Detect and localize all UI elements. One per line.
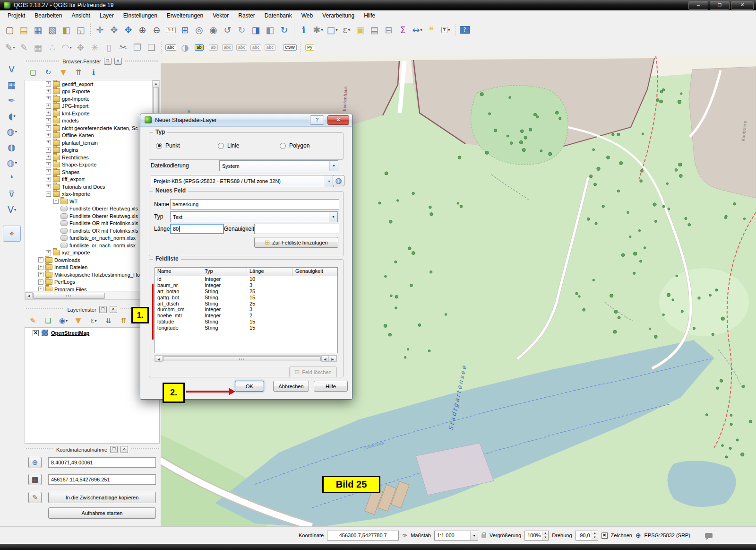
zoom-native-icon[interactable]: 1:1: [164, 23, 178, 37]
refresh-map-icon[interactable]: ↻: [277, 23, 292, 37]
tree-item[interactable]: + gpx-Importe: [25, 95, 152, 103]
node-tool-icon[interactable]: ✳: [88, 41, 102, 55]
tree-item[interactable]: + geotiff_export: [25, 80, 152, 88]
toolbar-button[interactable]: □▾: [325, 23, 339, 37]
expander-icon[interactable]: +: [53, 199, 59, 204]
toolbar-button[interactable]: ↔▾: [410, 23, 424, 37]
add-vector-layer-icon[interactable]: V: [5, 62, 19, 76]
crs-picker-button[interactable]: ▦: [28, 474, 42, 485]
zoom-to-selection-icon[interactable]: ◉: [206, 23, 221, 37]
menu-item[interactable]: Vektor: [208, 11, 233, 20]
delete-selected-icon[interactable]: ▯: [102, 41, 116, 55]
spin-arrows-icon[interactable]: ▲▼: [592, 531, 598, 540]
toolbar-button[interactable]: ▦: [5, 78, 19, 92]
map-tips-icon[interactable]: ❝: [424, 23, 438, 37]
pin-labels-active-icon[interactable]: ab: [192, 41, 206, 55]
new-project-icon[interactable]: ▢: [3, 23, 17, 37]
toolbar-button[interactable]: ▣: [353, 23, 368, 37]
open-attribute-table-icon[interactable]: ▤: [368, 23, 382, 37]
add-wcs-layer-icon[interactable]: ◍: [5, 140, 19, 154]
toolbar-button[interactable]: abc: [221, 41, 235, 55]
deselect-features-icon[interactable]: ε▾: [339, 23, 353, 37]
scroll-up-icon[interactable]: ▲: [153, 80, 159, 87]
tree-item[interactable]: + Shape-Exporte: [25, 161, 152, 169]
close-button[interactable]: [731, 1, 754, 10]
crs-status-globe-icon[interactable]: ⊕: [636, 532, 641, 539]
tree-item[interactable]: + Install-Dateien: [25, 264, 152, 271]
tree-item[interactable]: + Tutorials und Docs: [25, 183, 152, 191]
wgs84-coordinate-field[interactable]: 8.40071,49.00061: [48, 457, 156, 468]
toolbar-button[interactable]: ⊟: [382, 23, 396, 37]
move-feature-icon[interactable]: ✥: [74, 41, 88, 55]
expander-icon[interactable]: +: [46, 184, 51, 189]
chevron-down-icon[interactable]: [329, 212, 337, 222]
text-annotation-icon[interactable]: T▾: [438, 23, 453, 37]
menu-item[interactable]: Erweiterungen: [162, 11, 208, 20]
menu-item[interactable]: Web: [297, 11, 318, 20]
table-column-header[interactable]: Länge: [247, 268, 293, 276]
toolbar-button[interactable]: ↻: [277, 23, 292, 37]
float-panel-icon[interactable]: [104, 58, 112, 65]
toolbar-button[interactable]: T▾: [438, 23, 453, 37]
expander-icon[interactable]: +: [46, 104, 51, 109]
toolbar-button[interactable]: ▦: [31, 23, 45, 37]
table-horizontal-scrollbar[interactable]: ◀ ◀ ▶: [155, 355, 337, 362]
expander-icon[interactable]: +: [38, 272, 43, 277]
encoding-combobox[interactable]: System: [219, 160, 338, 171]
menu-item[interactable]: Datenbank: [260, 11, 297, 20]
toolbar-button[interactable]: ▢: [3, 23, 17, 37]
tree-item[interactable]: + Rechtliches: [25, 154, 152, 161]
paste-features-icon[interactable]: ❏: [145, 41, 159, 55]
expander-icon[interactable]: +: [46, 81, 51, 87]
csw-search-icon[interactable]: CSW: [283, 41, 298, 55]
toggle-editing-icon[interactable]: ✎: [17, 41, 31, 55]
cut-features-icon[interactable]: ✂: [116, 41, 130, 55]
track-mouse-button[interactable]: ✎: [28, 492, 42, 503]
tree-item[interactable]: + Offline-Karten: [25, 132, 152, 140]
properties-widget-icon[interactable]: ℹ: [88, 67, 99, 78]
scroll-left-icon[interactable]: ◀: [321, 356, 329, 362]
expander-icon[interactable]: +: [46, 118, 51, 123]
expander-icon[interactable]: +: [46, 169, 51, 175]
toolbar-button[interactable]: Σ: [396, 23, 410, 37]
toolbar-button[interactable]: abc: [164, 41, 178, 55]
expander-icon[interactable]: +: [46, 125, 51, 131]
rotation-spinbox[interactable]: -90,0 ▲▼: [576, 531, 598, 541]
manage-map-themes-icon[interactable]: ◉▾: [58, 315, 69, 326]
field-calculator-icon[interactable]: ⊟: [382, 23, 396, 37]
close-panel-icon[interactable]: [110, 306, 117, 313]
toolbar-button[interactable]: V▾: [5, 202, 19, 217]
tree-item[interactable]: Fundliste Oberer Reutweg.xls: [25, 212, 152, 220]
expander-icon[interactable]: +: [46, 155, 51, 160]
toolbar-button[interactable]: ⊖: [150, 23, 164, 37]
menu-item[interactable]: Bearbeiten: [30, 11, 67, 20]
add-postgis-layer-icon[interactable]: ◖▾: [5, 109, 19, 123]
toolbar-button[interactable]: ◧: [263, 23, 277, 37]
toolbar-button[interactable]: ◑: [178, 41, 192, 55]
toolbar-button[interactable]: ab: [206, 41, 221, 55]
toolbar-button[interactable]: ε▾: [339, 23, 353, 37]
zoom-in-icon[interactable]: ⊕: [136, 23, 150, 37]
toolbar-button[interactable]: ✥: [107, 23, 121, 37]
menu-item[interactable]: Einstellungen: [119, 11, 162, 20]
expander-icon[interactable]: +: [46, 177, 51, 182]
open-project-icon[interactable]: ▤: [17, 23, 31, 37]
tree-item[interactable]: + PerfLogs: [25, 279, 152, 286]
table-column-header[interactable]: Genauigkeit: [293, 268, 337, 276]
help-button[interactable]: Hilfe: [314, 381, 348, 392]
table-row[interactable]: latitude String 15: [155, 319, 337, 325]
new-layer-icon[interactable]: V▾: [5, 202, 19, 217]
toolbar-button[interactable]: ◱: [74, 23, 88, 37]
add-spatialite-layer-icon[interactable]: ❛: [5, 171, 19, 185]
field-length-input[interactable]: 80: [170, 224, 224, 234]
ok-button[interactable]: OK: [235, 381, 264, 392]
toolbar-button[interactable]: ❛: [5, 171, 19, 185]
tree-item[interactable]: + models: [25, 117, 152, 125]
copy-features-icon[interactable]: ❐: [130, 41, 145, 55]
save-layer-edits-icon[interactable]: ▦: [31, 41, 45, 55]
filter-legend-icon[interactable]: ▼: [73, 315, 84, 326]
field-type-combobox[interactable]: Text: [170, 211, 338, 222]
tree-item[interactable]: fundliste_or_nach_norm.xlsx: [25, 235, 152, 242]
toolbar-button[interactable]: ◧: [60, 23, 74, 37]
expander-icon[interactable]: +: [38, 279, 43, 285]
